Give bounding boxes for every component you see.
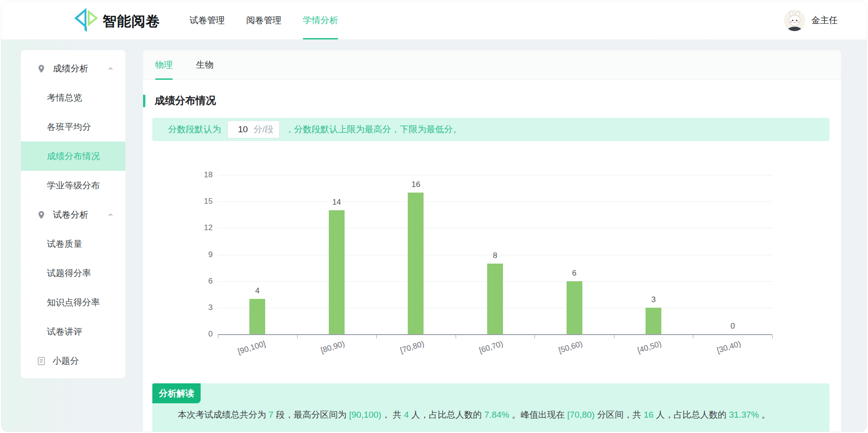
app-window: 智能阅卷 试卷管理 阅卷管理 学情分析 金主任 <box>1 1 867 432</box>
document-icon <box>37 356 46 366</box>
top-header: 智能阅卷 试卷管理 阅卷管理 学情分析 金主任 <box>1 1 867 39</box>
brand-logo-icon <box>72 8 98 32</box>
chart-bar <box>567 281 582 334</box>
y-tick-label: 6 <box>192 277 213 286</box>
analysis-plain-text: ， 共 <box>381 410 404 420</box>
tab-biology[interactable]: 生物 <box>196 50 214 80</box>
x-axis-tick <box>456 335 456 338</box>
y-tick-label: 0 <box>192 330 213 339</box>
nav-item-learning-analysis[interactable]: 学情分析 <box>303 1 338 39</box>
sidebar-item-question-score-rate[interactable]: 试题得分率 <box>21 259 125 288</box>
x-axis-tick <box>376 335 377 338</box>
analysis-plain-text: 人，占比总人数的 <box>409 410 484 420</box>
analysis-highlight-value: 16 <box>644 410 653 420</box>
x-tick-label: [70,80) <box>399 339 425 355</box>
analysis-highlight-value: [70,80) <box>567 410 594 420</box>
y-tick-label: 18 <box>192 170 213 180</box>
bar-value-label: 8 <box>481 251 509 260</box>
sidebar-item-knowledge-point-score-rate[interactable]: 知识点得分率 <box>21 288 125 317</box>
sidebar: 成绩分析 考情总览 各班平均分 成绩分布情况 学业等级分布 试卷分析 试卷质量 … <box>21 50 125 378</box>
x-axis-tick <box>614 335 614 338</box>
page-title: 成绩分布情况 <box>155 94 216 108</box>
x-tick-label: [80,90) <box>320 339 346 355</box>
section-title-row: 成绩分布情况 <box>143 94 216 108</box>
subject-tabbar: 物理 生物 <box>143 50 841 80</box>
sidebar-group-paper-analysis[interactable]: 试卷分析 <box>21 200 125 229</box>
nav-item-exam-management[interactable]: 试卷管理 <box>189 1 225 39</box>
chevron-up-icon[interactable] <box>107 211 114 219</box>
x-tick-label: [30,40) <box>716 339 742 355</box>
main-panel: 物理 生物 成绩分布情况 分数段默认为 分/段 ，分数段默认上限为最高分，下限为… <box>143 50 841 432</box>
analysis-plain-text: 人，占比总人数的 <box>653 410 729 420</box>
x-tick-label: [50,60) <box>557 339 583 355</box>
user-menu[interactable]: 金主任 <box>784 1 838 39</box>
y-grid-line <box>218 175 772 175</box>
sidebar-item-score-distribution[interactable]: 成绩分布情况 <box>21 142 125 171</box>
chart-bar <box>646 308 661 334</box>
analysis-highlight-value: 7 <box>268 410 274 420</box>
analysis-text: 本次考试成绩总共分为 7 段，最高分区间为 [90,100)， 共 4 人，占比… <box>152 383 829 422</box>
app-title: 智能阅卷 <box>103 12 160 31</box>
chart-bar <box>249 299 265 334</box>
analysis-plain-text: 段，最高分区间为 <box>274 410 349 420</box>
title-accent-bar <box>143 95 145 107</box>
location-pin-icon <box>37 210 46 220</box>
sidebar-item-exam-overview[interactable]: 考情总览 <box>21 83 125 112</box>
analysis-panel: 分析解读 本次考试成绩总共分为 7 段，最高分区间为 [90,100)， 共 4… <box>152 383 829 432</box>
x-axis-tick <box>535 335 535 338</box>
y-tick-label: 3 <box>192 303 213 312</box>
sidebar-item-label: 小题分 <box>52 355 79 367</box>
analysis-highlight-value: 31.37% <box>729 410 759 420</box>
sidebar-item-paper-quality[interactable]: 试卷质量 <box>21 229 125 259</box>
bar-value-label: 14 <box>323 198 351 207</box>
bunny-avatar-icon <box>784 10 805 31</box>
x-tick-label: [60,70) <box>478 339 504 355</box>
analysis-highlight-value: [90,100) <box>349 410 381 420</box>
x-axis-tick <box>693 335 693 338</box>
chevron-up-icon[interactable] <box>107 65 114 72</box>
sidebar-group-label: 试卷分析 <box>53 209 88 221</box>
analysis-plain-text: 。峰值出现在 <box>509 410 568 420</box>
analysis-plain-text: 分区间，共 <box>594 410 644 420</box>
x-axis-tick <box>297 335 298 338</box>
analysis-plain-text: 。 <box>759 410 770 420</box>
main-nav: 试卷管理 阅卷管理 学情分析 <box>189 1 338 39</box>
y-tick-label: 15 <box>192 197 213 206</box>
chart-bar <box>408 193 424 334</box>
x-axis-line <box>218 334 772 335</box>
sidebar-group-label: 成绩分析 <box>53 63 88 75</box>
nav-item-marking-management[interactable]: 阅卷管理 <box>246 1 281 39</box>
location-pin-icon <box>37 64 46 73</box>
sidebar-group-score-analysis[interactable]: 成绩分析 <box>21 54 125 83</box>
y-grid-line <box>218 228 772 228</box>
bar-chart: 03691215184[90,100]14[80,90)16[70,80)8[6… <box>143 145 841 373</box>
y-tick-label: 12 <box>192 223 213 233</box>
x-tick-label: [40,50) <box>637 339 663 355</box>
analysis-badge: 分析解读 <box>152 383 201 403</box>
sidebar-item-class-average[interactable]: 各班平均分 <box>21 112 125 142</box>
y-tick-label: 9 <box>192 250 213 259</box>
segment-setting-banner: 分数段默认为 分/段 ，分数段默认上限为最高分，下限为最低分。 <box>152 118 829 141</box>
segment-unit-label: 分/段 <box>254 123 274 136</box>
analysis-highlight-value: 4 <box>404 410 409 420</box>
y-grid-line <box>218 201 772 202</box>
sidebar-item-sub-question-score[interactable]: 小题分 <box>21 346 125 375</box>
sidebar-item-grade-level-distribution[interactable]: 学业等级分布 <box>21 171 125 200</box>
x-axis-tick <box>218 335 218 338</box>
user-name: 金主任 <box>811 14 838 26</box>
x-axis-tick <box>772 335 773 338</box>
segment-size-input-group: 分/段 <box>228 121 280 138</box>
bar-value-label: 0 <box>719 322 747 331</box>
analysis-highlight-value: 7.84% <box>484 410 509 420</box>
bar-value-label: 3 <box>640 295 667 304</box>
chart-bar <box>487 264 503 334</box>
avatar[interactable] <box>784 10 805 31</box>
chart-bar <box>329 210 345 334</box>
x-tick-label: [90,100] <box>237 339 267 356</box>
sidebar-item-paper-review[interactable]: 试卷讲评 <box>21 317 125 346</box>
tab-physics[interactable]: 物理 <box>155 50 173 80</box>
segment-size-input[interactable] <box>233 124 253 135</box>
bar-value-label: 4 <box>243 286 271 296</box>
bar-value-label: 16 <box>402 180 430 189</box>
segment-prefix-text: 分数段默认为 <box>168 123 221 136</box>
